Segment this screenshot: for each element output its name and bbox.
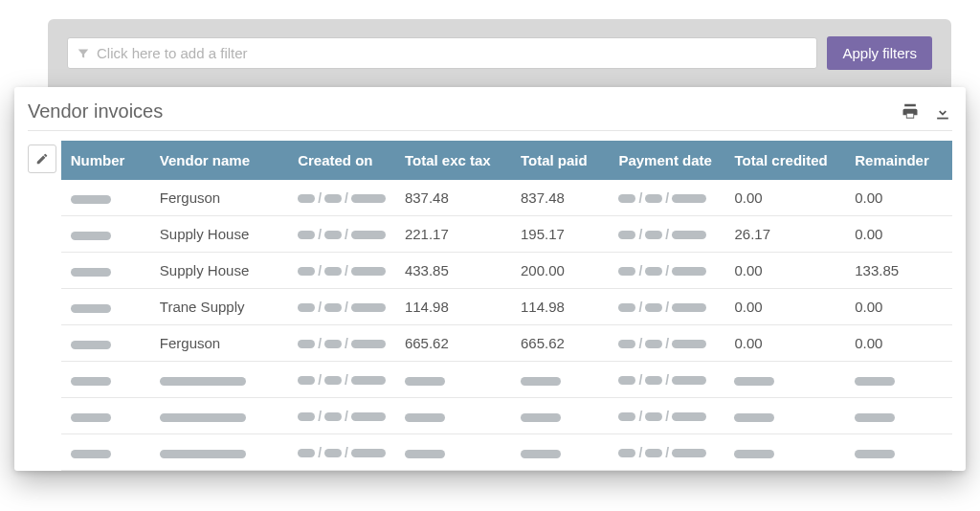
- cell-vendor: Trane Supply: [150, 289, 288, 325]
- col-number[interactable]: Number: [61, 141, 150, 180]
- print-icon[interactable]: [901, 102, 920, 122]
- cell-total-paid: 665.62: [511, 325, 609, 362]
- redacted-value: [71, 268, 111, 277]
- cell-created: //: [288, 216, 395, 253]
- edit-rail: [28, 141, 61, 471]
- cell-remainder: 133.85: [845, 253, 952, 289]
- cell-total-paid: 200.00: [511, 253, 609, 289]
- cell-total-credited: 0.00: [724, 325, 845, 362]
- cell-total-credited: 0.00: [724, 180, 845, 216]
- cell-payment-date: //: [609, 362, 724, 398]
- cell-total-paid: [511, 398, 609, 434]
- cell-created: //: [288, 434, 395, 471]
- edit-columns-button[interactable]: [28, 144, 56, 173]
- cell-total-paid: 114.98: [511, 289, 609, 325]
- redacted-value: [71, 304, 111, 313]
- total-exc-value: 665.62: [405, 335, 449, 351]
- cell-total-paid: 195.17: [511, 216, 609, 253]
- cell-number: [61, 180, 150, 216]
- redacted-value: [71, 450, 111, 458]
- redacted-value: [521, 377, 561, 386]
- total-credited-value: 0.00: [734, 335, 762, 351]
- apply-filters-button[interactable]: Apply filters: [827, 36, 932, 70]
- cell-created: //: [288, 180, 395, 216]
- cell-total-exc: 221.17: [395, 216, 511, 253]
- redacted-value: [160, 413, 246, 422]
- redacted-date: //: [618, 340, 706, 348]
- table-row[interactable]: ////: [61, 434, 952, 471]
- total-paid-value: 114.98: [521, 299, 565, 315]
- redacted-date: //: [298, 412, 386, 421]
- col-total-exc-tax[interactable]: Total exc tax: [395, 141, 511, 180]
- download-icon[interactable]: [933, 102, 952, 122]
- cell-remainder: [845, 362, 952, 398]
- table-row[interactable]: ////: [61, 362, 952, 398]
- redacted-value: [521, 450, 561, 458]
- total-credited-value: 0.00: [734, 262, 762, 278]
- table-row[interactable]: Trane Supply//114.98114.98//0.000.00: [61, 289, 952, 325]
- redacted-date: //: [298, 194, 386, 203]
- col-total-paid[interactable]: Total paid: [511, 141, 609, 180]
- table-row[interactable]: Ferguson//837.48837.48//0.000.00: [61, 180, 952, 216]
- cell-number: [61, 216, 150, 253]
- cell-remainder: 0.00: [845, 180, 952, 216]
- cell-payment-date: //: [609, 434, 724, 471]
- redacted-value: [734, 377, 774, 386]
- cell-remainder: 0.00: [845, 325, 952, 362]
- redacted-date: //: [298, 376, 386, 385]
- cell-number: [61, 325, 150, 362]
- table-row[interactable]: Supply House//221.17195.17//26.170.00: [61, 216, 952, 253]
- redacted-date: //: [618, 194, 706, 203]
- funnel-icon: [78, 48, 89, 59]
- col-remainder[interactable]: Remainder: [845, 141, 952, 180]
- redacted-value: [855, 450, 895, 458]
- filter-input-container[interactable]: [67, 37, 817, 69]
- table-row[interactable]: Supply House//433.85200.00//0.00133.85: [61, 253, 952, 289]
- cell-created: //: [288, 398, 395, 434]
- col-created-on[interactable]: Created on: [288, 141, 395, 180]
- redacted-value: [405, 413, 445, 422]
- cell-total-credited: 26.17: [724, 216, 845, 253]
- cell-total-paid: [511, 434, 609, 471]
- redacted-date: //: [618, 449, 706, 457]
- filter-input[interactable]: [97, 45, 807, 61]
- redacted-value: [855, 377, 895, 386]
- cell-vendor: Supply House: [150, 216, 288, 253]
- cell-payment-date: //: [609, 216, 724, 253]
- col-payment-date[interactable]: Payment date: [609, 141, 724, 180]
- redacted-value: [405, 450, 445, 458]
- cell-total-credited: 0.00: [724, 289, 845, 325]
- cell-number: [61, 362, 150, 398]
- cell-total-credited: [724, 398, 845, 434]
- redacted-value: [71, 195, 111, 204]
- redacted-date: //: [298, 231, 386, 239]
- cell-total-paid: 837.48: [511, 180, 609, 216]
- cell-created: //: [288, 325, 395, 362]
- redacted-date: //: [618, 303, 706, 312]
- cell-payment-date: //: [609, 398, 724, 434]
- col-total-credited[interactable]: Total credited: [724, 141, 845, 180]
- table-row[interactable]: Ferguson//665.62665.62//0.000.00: [61, 325, 952, 362]
- cell-vendor: [150, 362, 288, 398]
- total-exc-value: 221.17: [405, 226, 449, 242]
- total-credited-value: 0.00: [734, 189, 762, 206]
- cell-created: //: [288, 253, 395, 289]
- invoices-table: Number Vendor name Created on Total exc …: [61, 141, 952, 471]
- cell-total-exc: 837.48: [395, 180, 511, 216]
- cell-number: [61, 434, 150, 471]
- cell-vendor: Ferguson: [150, 180, 288, 216]
- cell-vendor: Supply House: [150, 253, 288, 289]
- redacted-value: [71, 341, 111, 349]
- cell-total-exc: 433.85: [395, 253, 511, 289]
- table-area: Number Vendor name Created on Total exc …: [28, 141, 952, 471]
- total-exc-value: 114.98: [405, 299, 449, 315]
- cell-remainder: 0.00: [845, 216, 952, 253]
- vendor-name: Ferguson: [160, 189, 220, 206]
- col-vendor-name[interactable]: Vendor name: [150, 141, 288, 180]
- cell-remainder: 0.00: [845, 289, 952, 325]
- redacted-value: [160, 377, 246, 386]
- cell-vendor: [150, 434, 288, 471]
- vendor-name: Trane Supply: [160, 299, 245, 315]
- table-row[interactable]: ////: [61, 398, 952, 434]
- cell-payment-date: //: [609, 325, 724, 362]
